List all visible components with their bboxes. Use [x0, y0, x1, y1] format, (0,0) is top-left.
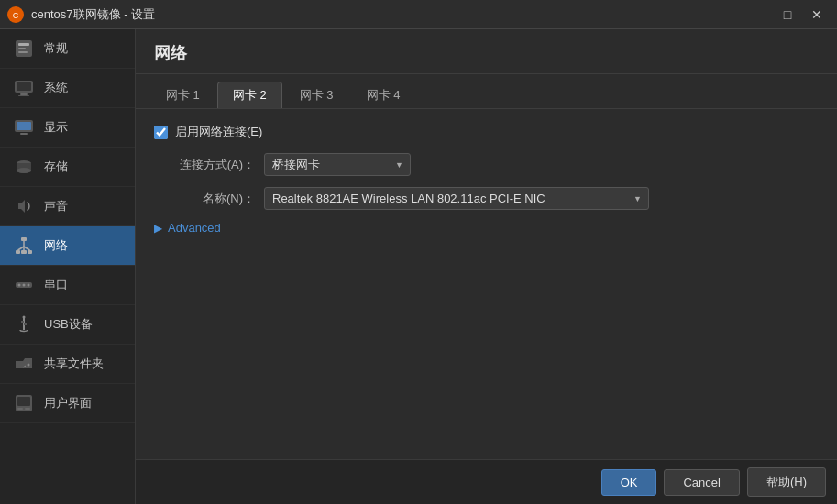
svg-rect-7	[17, 82, 31, 91]
advanced-arrow-icon: ▶	[154, 222, 162, 235]
tab-nic2[interactable]: 网卡 2	[217, 82, 282, 108]
sidebar-label-general: 常规	[44, 40, 68, 57]
bottom-bar: OK Cancel 帮助(H)	[136, 459, 837, 504]
window-title: centos7联网镜像 - 设置	[31, 6, 745, 23]
serial-icon	[11, 275, 37, 295]
nic-name-control: Realtek 8821AE Wireless LAN 802.11ac PCI…	[264, 187, 649, 210]
sidebar-label-usb: USB设备	[44, 316, 93, 333]
svg-line-20	[18, 247, 25, 250]
cancel-button[interactable]: Cancel	[664, 469, 739, 496]
svg-rect-15	[21, 237, 27, 241]
audio-icon	[11, 196, 37, 216]
sidebar-item-system[interactable]: 系统	[0, 69, 135, 108]
enable-network-checkbox[interactable]	[154, 126, 168, 139]
sidebar-item-ui[interactable]: 用户界面	[0, 384, 135, 423]
titlebar: C centos7联网镜像 - 设置 — □ ✕	[0, 0, 837, 29]
advanced-row[interactable]: ▶ Advanced	[154, 221, 819, 235]
sidebar-label-shared: 共享文件夹	[44, 356, 104, 372]
svg-rect-12	[20, 133, 28, 135]
shared-icon	[11, 354, 37, 374]
close-button[interactable]: ✕	[804, 5, 830, 25]
sidebar-label-display: 显示	[44, 119, 68, 136]
svg-point-24	[18, 284, 21, 287]
usb-icon	[11, 314, 37, 334]
system-icon	[11, 78, 37, 98]
sidebar-item-network[interactable]: 网络	[0, 226, 135, 266]
connection-type-select-wrapper: 桥接网卡 NAT网络 仅主机(Host-Only)网络 内部网络 未指定	[264, 153, 411, 176]
tab-nic3[interactable]: 网卡 3	[284, 82, 349, 108]
display-icon	[11, 117, 37, 137]
content-area: 网络 网卡 1 网卡 2 网卡 3 网卡 4 启用网络连接(E) 连接方式(A)…	[136, 29, 837, 504]
window-controls: — □ ✕	[745, 5, 830, 25]
svg-rect-8	[20, 93, 28, 95]
nic-name-select[interactable]: Realtek 8821AE Wireless LAN 802.11ac PCI…	[264, 187, 649, 210]
sidebar-item-general[interactable]: 常规	[0, 29, 135, 69]
sidebar-label-storage: 存储	[44, 159, 68, 175]
svg-rect-16	[16, 250, 20, 254]
storage-icon	[11, 157, 37, 177]
svg-rect-3	[18, 43, 29, 46]
advanced-label: Advanced	[168, 221, 221, 235]
general-icon	[11, 38, 37, 59]
svg-rect-28	[24, 323, 27, 325]
sidebar-item-audio[interactable]: 声音	[0, 187, 135, 226]
sidebar-item-display[interactable]: 显示	[0, 108, 135, 148]
nic-name-row: 名称(N)： Realtek 8821AE Wireless LAN 802.1…	[154, 187, 819, 210]
sidebar-item-usb[interactable]: USB设备	[0, 305, 135, 345]
svg-point-26	[28, 284, 30, 287]
content-title: 网络	[136, 29, 837, 74]
svg-line-22	[24, 247, 30, 250]
tab-nic1[interactable]: 网卡 1	[150, 82, 215, 108]
enable-network-label[interactable]: 启用网络连接(E)	[175, 124, 262, 140]
nic-name-select-wrapper: Realtek 8821AE Wireless LAN 802.11ac PCI…	[264, 187, 649, 210]
sidebar-item-serial[interactable]: 串口	[0, 266, 135, 305]
network-panel: 启用网络连接(E) 连接方式(A)： 桥接网卡 NAT网络 仅主机(Host-O…	[136, 109, 837, 504]
tab-nic4[interactable]: 网卡 4	[351, 82, 416, 108]
help-button[interactable]: 帮助(H)	[747, 467, 826, 497]
svg-text:C: C	[13, 11, 19, 20]
svg-rect-9	[18, 95, 29, 96]
tab-bar: 网卡 1 网卡 2 网卡 3 网卡 4	[136, 74, 837, 109]
svg-point-29	[23, 316, 26, 319]
enable-network-row: 启用网络连接(E)	[154, 124, 819, 140]
network-icon	[11, 236, 37, 256]
main-layout: 常规 系统 显示 存储 声音	[0, 29, 837, 504]
sidebar-item-shared[interactable]: 共享文件夹	[0, 345, 135, 384]
svg-point-30	[28, 364, 30, 367]
svg-rect-34	[25, 408, 30, 410]
sidebar-label-ui: 用户界面	[44, 395, 92, 411]
nic-name-label: 名称(N)：	[154, 191, 264, 207]
svg-rect-4	[18, 48, 26, 49]
sidebar-item-storage[interactable]: 存储	[0, 148, 135, 187]
sidebar-label-network: 网络	[44, 237, 68, 254]
svg-rect-11	[17, 122, 31, 130]
svg-point-25	[23, 284, 26, 287]
svg-rect-18	[28, 250, 32, 254]
svg-rect-32	[17, 397, 30, 406]
connection-type-label: 连接方式(A)：	[154, 157, 264, 173]
svg-rect-17	[21, 250, 27, 254]
svg-rect-27	[21, 321, 24, 323]
minimize-button[interactable]: —	[745, 5, 771, 25]
connection-type-row: 连接方式(A)： 桥接网卡 NAT网络 仅主机(Host-Only)网络 内部网…	[154, 153, 819, 176]
ok-button[interactable]: OK	[601, 469, 657, 496]
svg-rect-33	[17, 408, 23, 410]
connection-type-control: 桥接网卡 NAT网络 仅主机(Host-Only)网络 内部网络 未指定	[264, 153, 649, 176]
sidebar: 常规 系统 显示 存储 声音	[0, 29, 136, 504]
sidebar-label-serial: 串口	[44, 277, 68, 293]
maximize-button[interactable]: □	[775, 5, 800, 25]
sidebar-label-system: 系统	[44, 80, 68, 96]
svg-point-14	[17, 168, 31, 173]
svg-rect-5	[18, 51, 28, 53]
app-icon: C	[7, 6, 24, 23]
ui-icon	[11, 393, 37, 413]
connection-type-select[interactable]: 桥接网卡 NAT网络 仅主机(Host-Only)网络 内部网络 未指定	[264, 153, 411, 176]
sidebar-label-audio: 声音	[44, 198, 68, 214]
